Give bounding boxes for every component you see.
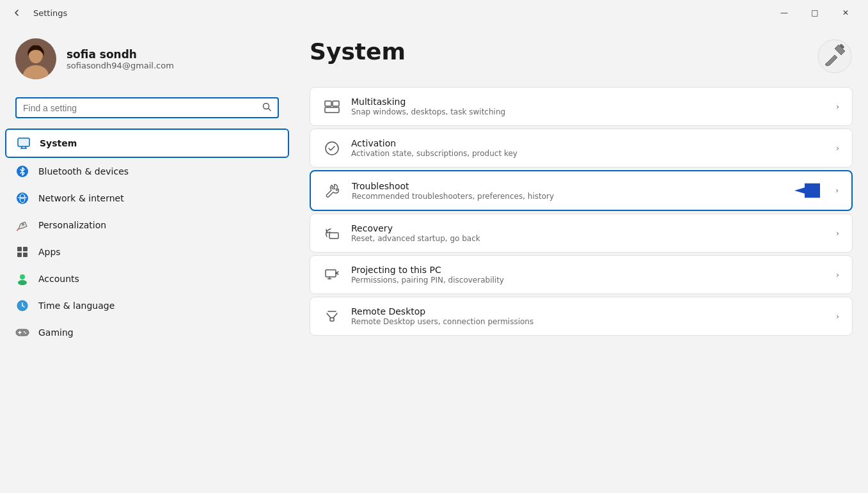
title-bar: Settings — □ ✕ bbox=[0, 0, 868, 26]
svg-rect-30 bbox=[325, 101, 331, 106]
projecting-desc: Permissions, pairing PIN, discoverabilit… bbox=[351, 276, 826, 285]
chevron-right-icon: › bbox=[835, 186, 839, 195]
remote-desktop-text: Remote Desktop Remote Desktop users, con… bbox=[351, 306, 826, 326]
project-icon bbox=[323, 266, 341, 284]
avatar bbox=[15, 38, 56, 79]
chevron-right-icon: › bbox=[836, 102, 839, 111]
sidebar-item-label: Apps bbox=[38, 247, 61, 257]
multitasking-text: Multitasking Snap windows, desktops, tas… bbox=[351, 97, 826, 116]
nav-list: System Bluetooth & devices bbox=[0, 129, 294, 346]
svg-point-12 bbox=[22, 223, 24, 226]
recovery-desc: Reset, advanced startup, go back bbox=[351, 234, 826, 243]
activation-title: Activation bbox=[351, 138, 826, 148]
sidebar-item-time[interactable]: Time & language bbox=[5, 292, 289, 319]
chevron-right-icon: › bbox=[836, 270, 839, 279]
svg-point-26 bbox=[24, 331, 25, 333]
settings-item-projecting[interactable]: Projecting to this PC Permissions, pairi… bbox=[310, 255, 853, 294]
minimize-button[interactable]: — bbox=[769, 3, 799, 23]
activation-text: Activation Activation state, subscriptio… bbox=[351, 138, 826, 158]
sidebar-item-label: Personalization bbox=[38, 220, 106, 230]
recovery-text: Recovery Reset, advanced startup, go bac… bbox=[351, 223, 826, 243]
svg-rect-14 bbox=[17, 247, 22, 251]
svg-rect-5 bbox=[18, 138, 29, 146]
sidebar-item-label: Gaming bbox=[38, 327, 74, 338]
sidebar: sofia sondh sofiasondh94@gmail.com bbox=[0, 26, 294, 493]
troubleshoot-desc: Recommended troubleshooters, preferences… bbox=[352, 192, 784, 201]
sidebar-item-label: System bbox=[40, 138, 77, 148]
search-container bbox=[0, 92, 294, 129]
projecting-text: Projecting to this PC Permissions, pairi… bbox=[351, 265, 826, 285]
search-input[interactable] bbox=[23, 103, 257, 113]
user-profile[interactable]: sofia sondh sofiasondh94@gmail.com bbox=[0, 26, 294, 92]
sidebar-item-apps[interactable]: Apps bbox=[5, 239, 289, 265]
content-area: System bbox=[294, 26, 868, 493]
monitor-icon bbox=[17, 136, 31, 150]
settings-item-troubleshoot[interactable]: Troubleshoot Recommended troubleshooters… bbox=[310, 170, 853, 211]
settings-item-recovery[interactable]: Recovery Reset, advanced startup, go bac… bbox=[310, 214, 853, 253]
remote-icon bbox=[323, 308, 341, 325]
sidebar-item-personalization[interactable]: Personalization bbox=[5, 212, 289, 239]
window-title: Settings bbox=[33, 8, 67, 18]
wrench-icon bbox=[324, 182, 342, 200]
bluetooth-icon bbox=[15, 164, 29, 178]
svg-rect-31 bbox=[333, 101, 339, 106]
app-body: sofia sondh sofiasondh94@gmail.com bbox=[0, 26, 868, 493]
troubleshoot-title: Troubleshoot bbox=[352, 181, 784, 191]
user-name: sofia sondh bbox=[67, 48, 174, 61]
sidebar-item-label: Time & language bbox=[38, 301, 114, 311]
svg-point-27 bbox=[25, 333, 26, 334]
activation-desc: Activation state, subscriptions, product… bbox=[351, 149, 826, 158]
multitask-icon bbox=[323, 98, 341, 116]
settings-item-activation[interactable]: Activation Activation state, subscriptio… bbox=[310, 129, 853, 168]
svg-line-4 bbox=[269, 109, 271, 111]
troubleshoot-text: Troubleshoot Recommended troubleshooters… bbox=[352, 181, 784, 201]
svg-rect-32 bbox=[325, 107, 339, 113]
user-email: sofiasondh94@gmail.com bbox=[67, 61, 174, 70]
projecting-title: Projecting to this PC bbox=[351, 265, 826, 275]
svg-rect-16 bbox=[17, 253, 22, 257]
svg-rect-23 bbox=[16, 329, 29, 336]
back-button[interactable] bbox=[8, 4, 26, 22]
close-button[interactable]: ✕ bbox=[831, 3, 860, 23]
svg-rect-36 bbox=[326, 270, 336, 277]
page-title: System bbox=[310, 38, 406, 65]
svg-point-19 bbox=[18, 280, 27, 285]
sidebar-item-bluetooth[interactable]: Bluetooth & devices bbox=[5, 158, 289, 185]
recovery-title: Recovery bbox=[351, 223, 826, 233]
svg-rect-41 bbox=[330, 318, 334, 321]
window-controls: — □ ✕ bbox=[769, 3, 860, 23]
sidebar-item-label: Bluetooth & devices bbox=[38, 166, 129, 176]
apps-icon bbox=[15, 245, 29, 259]
chevron-right-icon: › bbox=[836, 229, 839, 238]
system-icon bbox=[817, 38, 853, 74]
content-header: System bbox=[310, 38, 853, 74]
chevron-right-icon: › bbox=[836, 144, 839, 153]
sidebar-item-label: Accounts bbox=[38, 274, 79, 284]
sidebar-item-system[interactable]: System bbox=[5, 129, 289, 158]
multitasking-desc: Snap windows, desktops, task switching bbox=[351, 107, 826, 116]
sidebar-item-gaming[interactable]: Gaming bbox=[5, 319, 289, 346]
settings-item-multitasking[interactable]: Multitasking Snap windows, desktops, tas… bbox=[310, 87, 853, 126]
chevron-right-icon: › bbox=[836, 312, 839, 321]
sidebar-item-network[interactable]: Network & internet bbox=[5, 185, 289, 212]
svg-point-18 bbox=[20, 274, 25, 279]
sidebar-item-accounts[interactable]: Accounts bbox=[5, 265, 289, 292]
gamepad-icon bbox=[15, 325, 29, 340]
person-icon bbox=[15, 272, 29, 286]
svg-rect-15 bbox=[23, 247, 28, 251]
clock-icon bbox=[15, 299, 29, 313]
maximize-button[interactable]: □ bbox=[800, 3, 830, 23]
user-info: sofia sondh sofiasondh94@gmail.com bbox=[67, 48, 174, 70]
multitasking-title: Multitasking bbox=[351, 97, 826, 107]
settings-list: Multitasking Snap windows, desktops, tas… bbox=[310, 87, 853, 336]
search-icon bbox=[262, 102, 271, 113]
settings-item-remote-desktop[interactable]: Remote Desktop Remote Desktop users, con… bbox=[310, 297, 853, 336]
remote-desktop-title: Remote Desktop bbox=[351, 306, 826, 317]
search-box bbox=[15, 97, 279, 118]
sidebar-item-label: Network & internet bbox=[38, 193, 124, 203]
title-bar-left: Settings bbox=[8, 4, 67, 22]
svg-line-13 bbox=[17, 229, 19, 230]
svg-marker-34 bbox=[794, 184, 820, 198]
check-circle-icon bbox=[323, 139, 341, 157]
svg-rect-35 bbox=[329, 233, 338, 239]
